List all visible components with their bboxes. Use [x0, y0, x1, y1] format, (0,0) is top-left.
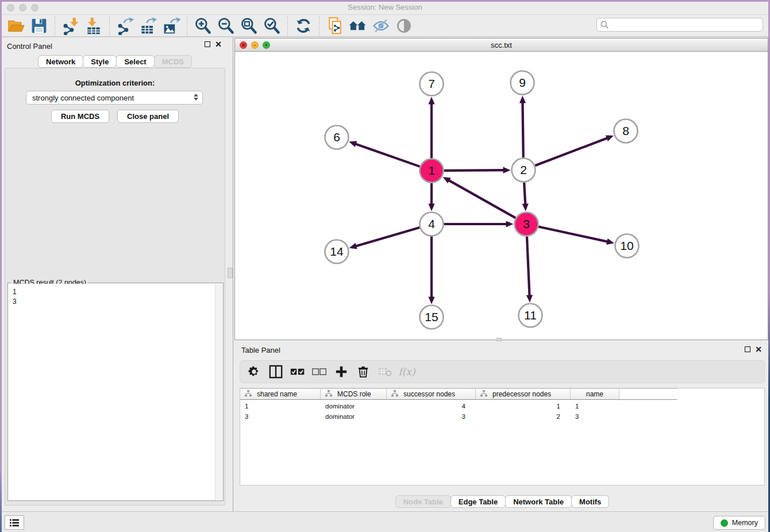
- zoom-selected-icon[interactable]: [261, 16, 282, 36]
- table-row[interactable]: 3dominator323: [240, 413, 764, 422]
- deselect-all-icon[interactable]: [311, 364, 328, 380]
- toolbar-separator: [187, 16, 187, 36]
- svg-text:8: 8: [622, 124, 629, 137]
- show-graphics-icon[interactable]: [394, 16, 414, 36]
- zoom-out-icon[interactable]: [215, 16, 236, 36]
- import-network-icon[interactable]: [60, 16, 81, 36]
- table-panel: Table Panel ✕: [234, 342, 770, 511]
- graph-node-9[interactable]: 9: [511, 71, 534, 95]
- search-input[interactable]: [596, 18, 763, 32]
- table-settings-gear-icon[interactable]: [246, 364, 262, 380]
- graph-node-4[interactable]: 4: [420, 213, 444, 236]
- function-builder-icon-disabled: f(x): [399, 364, 415, 380]
- vertical-splitter[interactable]: [233, 37, 233, 511]
- status-bar: Memory: [0, 511, 770, 532]
- control-panel-tabs: NetworkStyleSelectMCDS: [0, 55, 230, 68]
- select-all-icon[interactable]: [290, 364, 306, 380]
- column-view-icon[interactable]: [268, 364, 284, 380]
- hide-style-icon[interactable]: [371, 16, 391, 36]
- svg-text:4: 4: [428, 217, 435, 230]
- mcds-result-text[interactable]: 1 3: [9, 284, 215, 500]
- graph-node-8[interactable]: 8: [614, 119, 638, 143]
- svg-text:7: 7: [428, 77, 435, 90]
- add-column-icon[interactable]: [333, 364, 349, 380]
- result-scrollbar[interactable]: [215, 284, 222, 500]
- tab-mcds[interactable]: MCDS: [154, 55, 192, 68]
- close-panel-icon[interactable]: ✕: [215, 41, 222, 47]
- toolbar-separator: [287, 16, 288, 36]
- column-header-MCDS-role[interactable]: MCDS role: [321, 389, 387, 399]
- network-frame-titlebar[interactable]: ✕ − + scc.txt: [235, 38, 768, 52]
- graph-node-11[interactable]: 11: [519, 304, 542, 327]
- desktop-edge: [0, 0, 2, 532]
- vertical-splitter-handle[interactable]: [228, 268, 233, 278]
- graph-node-3[interactable]: 3: [515, 213, 538, 236]
- delete-table-icon-disabled: [377, 364, 393, 380]
- table-toolbar: f(x): [240, 360, 765, 383]
- memory-label: Memory: [732, 519, 758, 527]
- tree-hierarchy-icon: [245, 390, 252, 399]
- graph-node-10[interactable]: 10: [615, 234, 639, 258]
- table-tabs: Node TableEdge TableNetwork TableMotifs: [234, 495, 770, 508]
- tab-network[interactable]: Network: [38, 55, 83, 68]
- save-session-icon[interactable]: [29, 16, 49, 36]
- window-title: Session: New Session: [0, 3, 770, 11]
- first-neighbors-icon[interactable]: [348, 16, 368, 36]
- chevron-updown-icon: [194, 94, 198, 101]
- svg-text:3: 3: [523, 217, 530, 230]
- column-header-shared-name[interactable]: shared name: [240, 389, 321, 399]
- close-table-panel-icon[interactable]: ✕: [755, 346, 762, 352]
- horizontal-splitter-handle[interactable]: [496, 338, 502, 341]
- svg-text:14: 14: [330, 245, 344, 258]
- tab-node-table[interactable]: Node Table: [395, 495, 451, 508]
- criterion-selected-value: strongly connected component: [32, 94, 134, 102]
- graph-node-2[interactable]: 2: [512, 159, 536, 182]
- float-panel-icon[interactable]: [205, 41, 210, 47]
- export-image-icon[interactable]: [161, 16, 182, 36]
- tree-hierarchy-icon: [391, 390, 398, 399]
- memory-status-icon: [721, 519, 728, 527]
- node-table-rows: 1dominator4113dominator323: [240, 400, 764, 422]
- export-network-icon[interactable]: [115, 16, 136, 36]
- column-header-successor-nodes[interactable]: successor nodes: [387, 389, 476, 399]
- svg-text:9: 9: [519, 76, 526, 89]
- run-mcds-button[interactable]: Run MCDS: [51, 110, 109, 123]
- tab-style[interactable]: Style: [83, 55, 117, 68]
- clone-network-icon[interactable]: [325, 16, 345, 36]
- node-table[interactable]: shared nameMCDS rolesuccessor nodesprede…: [240, 388, 765, 485]
- open-session-icon[interactable]: [6, 16, 26, 36]
- refresh-layout-icon[interactable]: [293, 16, 314, 36]
- delete-trash-icon[interactable]: [355, 364, 371, 380]
- tab-network-table[interactable]: Network Table: [505, 495, 572, 508]
- tab-motifs[interactable]: Motifs: [571, 495, 609, 508]
- toolbar-separator: [109, 16, 110, 36]
- tab-select[interactable]: Select: [116, 55, 154, 68]
- table-row[interactable]: 1dominator411: [240, 403, 764, 412]
- memory-button[interactable]: Memory: [713, 516, 765, 530]
- zoom-in-icon[interactable]: [192, 16, 213, 36]
- mcds-result-box: MCDS result (2 nodes) 1 3: [7, 283, 224, 501]
- column-header-name[interactable]: name: [571, 389, 619, 399]
- svg-text:10: 10: [620, 239, 633, 252]
- tab-edge-table[interactable]: Edge Table: [451, 495, 506, 508]
- graph-node-1[interactable]: 1: [420, 159, 444, 183]
- export-table-icon[interactable]: [138, 16, 159, 36]
- graph-node-6[interactable]: 6: [325, 126, 349, 149]
- close-panel-button[interactable]: Close panel: [117, 110, 179, 123]
- graph-node-7[interactable]: 7: [420, 72, 444, 96]
- search-icon: [600, 21, 609, 31]
- network-canvas[interactable]: 7968124314101511: [235, 52, 768, 340]
- search-field-wrap: [596, 18, 763, 32]
- import-table-icon[interactable]: [83, 16, 104, 36]
- column-header-predecessor-nodes[interactable]: predecessor nodes: [476, 389, 571, 399]
- criterion-select[interactable]: strongly connected component: [26, 91, 203, 105]
- tree-hierarchy-icon: [325, 390, 332, 399]
- toolbar-separator: [55, 16, 55, 36]
- float-table-panel-icon[interactable]: [745, 346, 750, 352]
- zoom-fit-icon[interactable]: [238, 16, 259, 36]
- svg-text:6: 6: [333, 130, 340, 144]
- task-history-button[interactable]: [5, 515, 24, 530]
- optimization-criterion-label: Optimization criterion:: [5, 79, 225, 87]
- graph-node-15[interactable]: 15: [420, 306, 444, 329]
- graph-node-14[interactable]: 14: [325, 240, 349, 264]
